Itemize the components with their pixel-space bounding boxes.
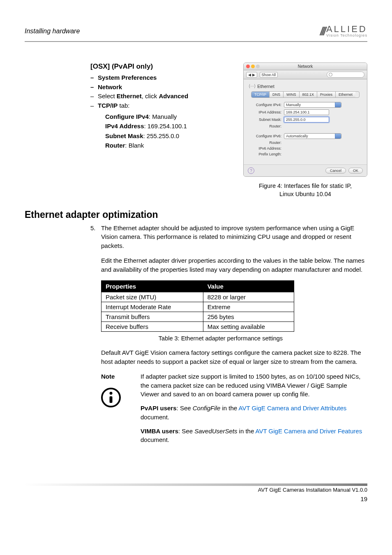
table-row: Interrupt Moderate RateExtreme [101,302,294,312]
step-number: 5. [90,224,101,250]
configure-ipv4-select: Manually [284,102,341,108]
osx-network-screenshot: Network ◀ ▶ Show All ⟨···⟩ Ethernet TC [243,62,367,177]
table-row: Receive buffersMax setting available [101,322,294,332]
osx-list: –System Preferences –Network – Select Et… [90,73,235,110]
section-title: Installing hardware [25,28,80,35]
link-camera-driver-features[interactable]: AVT GigE Camera and Driver Features [256,428,362,435]
show-all-button: Show All [260,72,278,78]
table-row: Packet size (MTU)8228 or larger [101,292,294,302]
logo-sub-text: Vision Technologies [326,34,367,37]
info-icon [101,388,121,407]
window-title: Network [298,64,313,69]
tab-8021x: 802.1X [300,92,318,97]
note-label: Note [101,372,141,381]
paragraph: Default AVT GigE Vision camera factory s… [101,348,367,366]
tab-ethernet: Ethernet [336,92,355,97]
step-text: The Ethernet adapter should be adjusted … [101,224,367,250]
configure-ipv6-select: Automatically [284,133,341,139]
window-titlebar: Network [244,63,367,70]
note-block: Note If adapter packet size support is l… [101,372,367,444]
table-caption: Table 3: Ethernet adapter performance se… [74,335,367,342]
step-5: 5. The Ethernet adapter should be adjust… [90,224,367,250]
page-header: Installing hardware /// ALLIED Vision Te… [25,25,367,42]
list-item: TCP/IP tab: [98,101,235,111]
ethernet-header: ⟨···⟩ Ethernet [249,83,362,89]
osx-heading: [OSX] (PvAPI only) [90,62,235,71]
list-item: Select Ethernet, click Advanced [98,92,235,101]
tab-wins: WINS [284,92,300,97]
tab-dns: DNS [270,92,284,97]
footer-text: AVT GigE Cameras Installation Manual V1.… [25,487,367,493]
logo-main-text: ALLIED [326,25,367,34]
note-paragraph: If adapter packet size support is limite… [141,372,367,399]
close-icon [246,65,250,68]
ethernet-icon: ⟨···⟩ [249,83,256,89]
cancel-button: Cancel [325,168,346,173]
paragraph: Edit the Ethernet adapter driver propert… [101,256,367,274]
brand-logo: /// ALLIED Vision Technologies [320,25,367,38]
properties-table: Properties Value Packet size (MTU)8228 o… [101,280,294,332]
ok-button: OK [348,168,363,173]
nav-back-forward: ◀ ▶ [246,72,257,78]
page-number: 19 [25,495,367,502]
dash-icon: – [90,83,98,92]
help-icon: ? [248,167,254,174]
config-details: Configure IPv4: Manually IPv4 Address: 1… [105,112,235,150]
tab-proxies: Proxies [317,92,336,97]
table-header-properties: Properties [101,281,203,292]
note-paragraph: VIMBA users: See SavedUserSets in the AV… [141,427,367,445]
tab-tcpip: TCP/IP [251,92,270,97]
table-header-value: Value [203,281,294,292]
zoom-icon [256,65,260,68]
ipv4-address-input: 169.254.100.1 [284,109,329,115]
search-input [327,72,364,78]
subnet-mask-input: 255.255.0.0 [284,117,329,123]
minimize-icon [251,65,255,68]
list-item: System Preferences [98,73,235,83]
dash-icon: – [90,73,98,83]
ndash-icon: – [90,101,98,111]
section-heading: Ethernet adapter optimization [25,209,367,220]
ndash-icon: – [90,92,98,101]
list-item: Network [98,83,235,92]
logo-slash-icon: /// [320,25,325,38]
toolbar: ◀ ▶ Show All [244,70,367,79]
link-camera-driver-attrs[interactable]: AVT GigE Camera and Driver Attributes [238,405,346,412]
figure-caption: Figure 4: Interfaces file for static IP,… [243,182,367,199]
tabs: TCP/IP DNS WINS 802.1X Proxies Ethernet [251,91,360,98]
page-footer: AVT GigE Cameras Installation Manual V1.… [25,483,367,502]
note-paragraph: PvAPI users: See ConfigFile in the AVT G… [141,404,367,422]
table-row: Transmit buffers256 bytes [101,312,294,322]
